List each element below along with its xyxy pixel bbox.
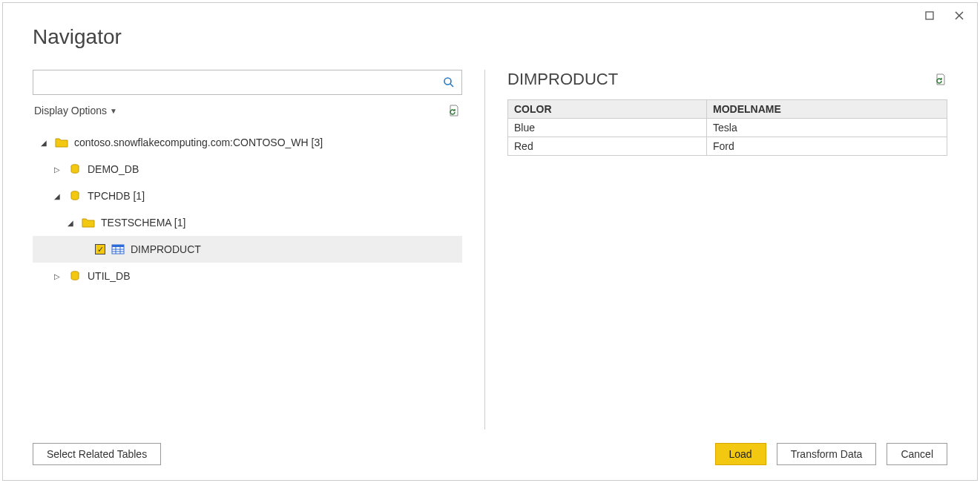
tree-node-testschema[interactable]: ◢ TESTSCHEMA [1] bbox=[33, 209, 462, 236]
table-row[interactable]: Red Ford bbox=[508, 137, 947, 156]
database-icon bbox=[68, 190, 82, 202]
svg-point-1 bbox=[444, 78, 451, 85]
svg-rect-6 bbox=[112, 245, 124, 247]
search-row bbox=[33, 70, 462, 95]
display-options-label: Display Options bbox=[34, 105, 107, 116]
footer: Select Related Tables Load Transform Dat… bbox=[33, 430, 947, 465]
column-header[interactable]: COLOR bbox=[508, 100, 707, 119]
window-controls bbox=[925, 10, 964, 22]
tree-node-label: TESTSCHEMA [1] bbox=[101, 217, 185, 229]
chevron-down-icon: ▼ bbox=[110, 107, 117, 115]
table-cell: Blue bbox=[508, 119, 707, 137]
tree-node-label: UTIL_DB bbox=[88, 270, 131, 282]
left-pane: Display Options ▼ ◢ contoso.snowflakecom… bbox=[33, 70, 485, 430]
display-options-row: Display Options ▼ bbox=[33, 101, 462, 120]
transform-data-button[interactable]: Transform Data bbox=[777, 443, 877, 465]
column-header[interactable]: MODELNAME bbox=[707, 100, 947, 119]
select-related-tables-button[interactable]: Select Related Tables bbox=[33, 443, 161, 465]
collapse-icon[interactable]: ◢ bbox=[39, 137, 49, 148]
tree-node-root[interactable]: ◢ contoso.snowflakecomputing.com:CONTOSO… bbox=[33, 129, 462, 156]
footer-right: Load Transform Data Cancel bbox=[715, 443, 947, 465]
expand-icon[interactable]: ▷ bbox=[52, 271, 62, 281]
refresh-icon[interactable] bbox=[447, 104, 461, 117]
close-icon[interactable] bbox=[955, 10, 964, 22]
tree-node-label: DIMPRODUCT bbox=[131, 243, 201, 255]
tree-node-dimproduct[interactable]: ✓ DIMPRODUCT bbox=[33, 236, 462, 263]
tree-node-label: contoso.snowflakecomputing.com:CONTOSO_W… bbox=[74, 137, 323, 148]
database-icon bbox=[68, 163, 82, 175]
table-row[interactable]: Blue Tesla bbox=[508, 119, 947, 137]
folder-icon bbox=[82, 217, 95, 229]
preview-pane: DIMPRODUCT COLOR MODELNAME Blue Tesla bbox=[485, 70, 947, 430]
cancel-button[interactable]: Cancel bbox=[887, 443, 947, 465]
table-icon bbox=[111, 243, 125, 255]
collapse-icon[interactable]: ◢ bbox=[65, 217, 76, 228]
tree-node-util-db[interactable]: ▷ UTIL_DB bbox=[33, 263, 462, 289]
navigator-window: Navigator Display Options ▼ bbox=[2, 2, 978, 481]
svg-line-2 bbox=[450, 84, 453, 87]
table-cell: Ford bbox=[707, 137, 947, 156]
table-header-row: COLOR MODELNAME bbox=[508, 100, 947, 119]
preview-header: DIMPRODUCT bbox=[507, 70, 947, 89]
page-title: Navigator bbox=[33, 25, 947, 49]
refresh-preview-icon[interactable] bbox=[934, 73, 947, 86]
tree-root-prefix: contoso.snowflakecomputing.com: bbox=[74, 137, 233, 148]
svg-rect-0 bbox=[926, 12, 933, 19]
preview-table: COLOR MODELNAME Blue Tesla Red Ford bbox=[507, 99, 947, 156]
tree-testschema-name: TESTSCHEMA bbox=[101, 217, 171, 229]
tree-testschema-count: [1] bbox=[174, 217, 186, 229]
tree-node-label: DEMO_DB bbox=[88, 163, 139, 175]
tree-node-demo-db[interactable]: ▷ DEMO_DB bbox=[33, 156, 462, 183]
tree: ◢ contoso.snowflakecomputing.com:CONTOSO… bbox=[33, 129, 462, 430]
display-options-button[interactable]: Display Options ▼ bbox=[34, 105, 117, 116]
collapse-icon[interactable]: ◢ bbox=[52, 191, 62, 201]
main-split: Display Options ▼ ◢ contoso.snowflakecom… bbox=[33, 70, 947, 430]
checkbox-checked[interactable]: ✓ bbox=[95, 244, 105, 254]
search-input[interactable] bbox=[33, 70, 436, 94]
database-icon bbox=[68, 270, 82, 282]
maximize-icon[interactable] bbox=[925, 10, 934, 22]
tree-node-label: TPCHDB [1] bbox=[88, 190, 145, 202]
table-cell: Tesla bbox=[707, 119, 947, 137]
tree-tpchdb-name: TPCHDB bbox=[88, 190, 131, 202]
tree-tpchdb-count: [1] bbox=[133, 190, 145, 202]
tree-node-tpchdb[interactable]: ◢ TPCHDB [1] bbox=[33, 183, 462, 209]
preview-title: DIMPRODUCT bbox=[507, 70, 618, 89]
tree-root-count: [3] bbox=[312, 137, 323, 148]
tree-root-name: CONTOSO_WH bbox=[233, 137, 309, 148]
table-cell: Red bbox=[508, 137, 707, 156]
search-icon[interactable] bbox=[436, 70, 461, 94]
load-button[interactable]: Load bbox=[715, 443, 766, 465]
expand-icon[interactable]: ▷ bbox=[52, 164, 62, 174]
expand-spacer bbox=[79, 244, 89, 254]
folder-icon bbox=[55, 137, 68, 148]
